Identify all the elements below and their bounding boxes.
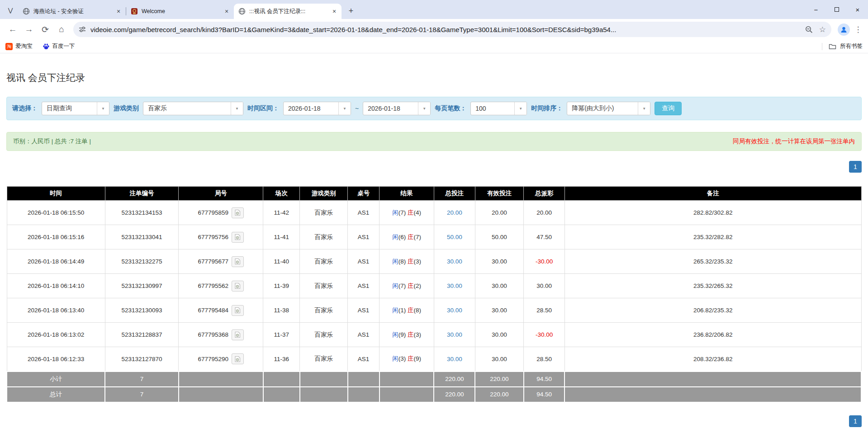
home-icon[interactable]: ⌂ <box>55 23 68 36</box>
video-replay-icon[interactable] <box>232 329 244 340</box>
cell-session: 11-41 <box>263 225 300 249</box>
result-player: 闲(6) <box>392 234 406 240</box>
cell-total-bet: 30.00 <box>434 274 475 298</box>
back-icon[interactable]: ← <box>6 23 19 36</box>
bookmarks-divider <box>822 43 822 50</box>
cell-payout: 47.50 <box>524 225 565 249</box>
summary-empty <box>263 371 300 387</box>
page-1-button[interactable]: 1 <box>849 161 862 173</box>
total-bet-link[interactable]: 30.00 <box>447 282 462 289</box>
cell-round-id: 677795859 <box>179 201 263 225</box>
cell-result: 闲(6) 庄(7) <box>379 225 434 249</box>
round-id-wrap: 677795290 <box>198 353 244 364</box>
cell-table-no: AS1 <box>348 274 379 298</box>
cell-table-no: AS1 <box>348 323 379 347</box>
round-id-text: 677795756 <box>198 234 228 240</box>
video-replay-icon[interactable] <box>232 305 244 316</box>
cell-game-kind: 百家乐 <box>300 274 348 298</box>
forward-icon[interactable]: → <box>22 23 36 36</box>
cell-payout: 20.00 <box>524 201 565 225</box>
video-replay-icon[interactable] <box>232 281 244 292</box>
bookmark-taobao[interactable]: 淘 爱淘宝 <box>5 42 33 50</box>
site-settings-icon[interactable] <box>79 26 86 33</box>
chevron-down-icon: ▼ <box>97 102 109 115</box>
maximize-button[interactable] <box>826 0 847 19</box>
cell-game-kind: 百家乐 <box>300 201 348 225</box>
date-end-select[interactable]: 2026-01-18 ▼ <box>363 102 431 115</box>
page-1-button[interactable]: 1 <box>849 415 862 427</box>
sort-label: 时间排序： <box>531 104 563 113</box>
tab-2[interactable]: Welcome × <box>126 4 234 19</box>
round-id-wrap: 677795677 <box>198 256 244 267</box>
browser-toolbar: ← → ⟳ ⌂ videoie.com/game/betrecord_searc… <box>0 19 868 40</box>
cell-session: 11-39 <box>263 274 300 298</box>
cell-time: 2026-01-18 06:14:49 <box>7 249 105 274</box>
all-bookmarks[interactable]: 所有书签 <box>822 42 863 50</box>
tab-3-active[interactable]: :::视讯 会员下注纪录::: × <box>234 4 342 19</box>
total-bet-link[interactable]: 30.00 <box>447 331 462 338</box>
round-id-text: 677795859 <box>198 209 228 216</box>
bookmark-star-icon[interactable]: ☆ <box>819 25 826 34</box>
game-kind-select[interactable]: 百家乐 ▼ <box>143 102 243 115</box>
tab-search-chevron-icon[interactable]: ⋁ <box>4 3 17 17</box>
cell-bet-id: 523132132275 <box>105 249 178 274</box>
column-header: 备注 <box>564 187 861 201</box>
reload-icon[interactable]: ⟳ <box>38 23 52 36</box>
taobao-icon: 淘 <box>5 43 13 50</box>
address-bar[interactable]: videoie.com/game/betrecord_search/kind3?… <box>73 22 831 37</box>
cell-payout: 28.50 <box>524 347 565 371</box>
total-bet-link[interactable]: 30.00 <box>447 356 462 362</box>
query-type-select[interactable]: 日期查询 ▼ <box>42 102 109 115</box>
profile-avatar[interactable] <box>838 24 850 36</box>
cell-time: 2026-01-18 06:15:50 <box>7 201 105 225</box>
summary-label: 总计 <box>7 387 105 402</box>
tab-close-icon[interactable]: × <box>223 8 230 15</box>
cell-payout: -30.00 <box>524 323 565 347</box>
summary-empty <box>564 387 861 402</box>
cell-result: 闲(3) 庄(9) <box>379 347 434 371</box>
round-id-wrap: 677795484 <box>198 305 244 316</box>
browser-menu-icon[interactable]: ⋮ <box>853 25 863 34</box>
header-row: 时间注单编号局号场次游戏类别桌号结果总投注有效投注总派彩备注 <box>7 187 861 201</box>
tab-1[interactable]: 海燕论坛 - 安全验证 × <box>18 4 126 19</box>
video-replay-icon[interactable] <box>232 256 244 267</box>
result-player: 闲(7) <box>392 209 406 216</box>
summary-valid-bet: 220.00 <box>475 387 524 402</box>
date-end-value: 2026-01-18 <box>363 105 418 112</box>
page-size-select[interactable]: 100 ▼ <box>470 102 527 115</box>
video-replay-icon[interactable] <box>232 207 244 218</box>
bookmark-baidu[interactable]: 百度一下 <box>43 42 75 50</box>
cell-total-bet: 30.00 <box>434 323 475 347</box>
table-row: 2026-01-18 06:15:16523132133041677795756… <box>7 225 861 249</box>
cell-game-kind: 百家乐 <box>300 225 348 249</box>
zoom-icon[interactable] <box>805 26 813 33</box>
all-bookmarks-label: 所有书签 <box>840 42 863 50</box>
url-text[interactable]: videoie.com/game/betrecord_search/kind3?… <box>90 26 801 33</box>
minimize-button[interactable]: − <box>806 0 826 19</box>
sort-select[interactable]: 降冪(由大到小) ▼ <box>567 102 650 115</box>
cell-round-id: 677795756 <box>179 225 263 249</box>
total-bet-link[interactable]: 30.00 <box>447 258 462 265</box>
cell-round-id: 677795290 <box>179 347 263 371</box>
date-start-select[interactable]: 2026-01-18 ▼ <box>283 102 351 115</box>
total-bet-link[interactable]: 50.00 <box>447 234 462 240</box>
cell-time: 2026-01-18 06:12:33 <box>7 347 105 371</box>
search-button[interactable]: 查询 <box>655 102 682 115</box>
total-bet-link[interactable]: 30.00 <box>447 307 462 314</box>
cell-valid-bet: 30.00 <box>475 347 524 371</box>
column-header: 桌号 <box>348 187 379 201</box>
result-player: 闲(8) <box>392 258 406 265</box>
cell-payout: 30.00 <box>524 274 565 298</box>
bookmark-label: 爱淘宝 <box>15 42 33 50</box>
tab-close-icon[interactable]: × <box>115 8 122 15</box>
summary-row: 小计7220.00220.0094.50 <box>7 371 861 387</box>
video-replay-icon[interactable] <box>232 232 244 243</box>
column-header: 有效投注 <box>475 187 524 201</box>
total-bet-link[interactable]: 20.00 <box>447 209 462 216</box>
bookmarks-bar: 淘 爱淘宝 百度一下 所有书签 <box>0 40 868 53</box>
new-tab-button[interactable]: + <box>345 5 357 17</box>
summary-empty <box>379 387 434 402</box>
tab-close-icon[interactable]: × <box>331 8 338 15</box>
video-replay-icon[interactable] <box>232 353 244 364</box>
close-button[interactable]: × <box>847 0 868 19</box>
